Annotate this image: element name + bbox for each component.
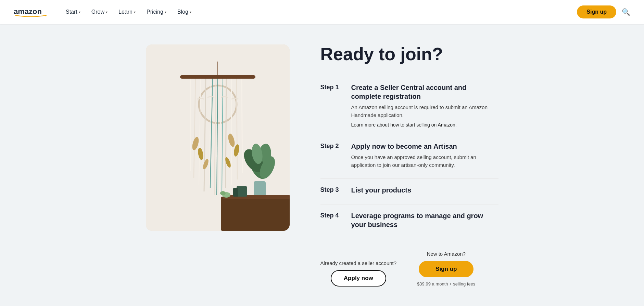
- step-3-content: List your products: [351, 186, 412, 197]
- cta-new-block: New to Amazon? Sign up $39.99 a month + …: [417, 251, 475, 287]
- nav-item-blog[interactable]: Blog ▾: [173, 6, 195, 18]
- nav-item-grow[interactable]: Grow ▾: [87, 6, 112, 18]
- cta-existing-block: Already created a seller account? Apply …: [320, 260, 397, 287]
- step-item-4: Step 4 Leverage programs to manage and g…: [320, 204, 498, 239]
- step-3-label: Step 3: [320, 186, 344, 194]
- cta-existing-label: Already created a seller account?: [320, 260, 397, 266]
- step-4-label: Step 4: [320, 211, 344, 219]
- cta-signup-button[interactable]: Sign up: [419, 261, 473, 277]
- price-note: $39.99 a month + selling fees: [417, 281, 475, 287]
- step-1-content: Create a Seller Central account and comp…: [351, 83, 498, 128]
- header-right: Sign up 🔍: [577, 5, 630, 18]
- page-title: Ready to join?: [320, 44, 498, 64]
- svg-rect-32: [221, 197, 290, 231]
- image-side: [146, 44, 293, 231]
- cta-area: Already created a seller account? Apply …: [320, 251, 498, 287]
- chevron-down-icon: ▾: [134, 10, 136, 14]
- chevron-down-icon: ▾: [165, 10, 166, 14]
- nav-start-label: Start: [66, 9, 77, 15]
- site-header: amazon Start ▾ Grow ▾ Learn ▾ Pricing ▾ …: [0, 0, 644, 24]
- step-1-link[interactable]: Learn more about how to start selling on…: [351, 122, 457, 128]
- nav-pricing-label: Pricing: [147, 9, 163, 15]
- step-item-2: Step 2 Apply now to become an Artisan On…: [320, 135, 498, 179]
- chevron-down-icon: ▾: [190, 10, 191, 14]
- step-2-label: Step 2: [320, 142, 344, 150]
- apply-now-button[interactable]: Apply now: [331, 270, 386, 287]
- steps-list: Step 1 Create a Seller Central account a…: [320, 76, 498, 239]
- cta-new-label: New to Amazon?: [427, 251, 466, 257]
- step-1-title: Create a Seller Central account and comp…: [351, 83, 498, 101]
- svg-rect-33: [223, 195, 290, 199]
- product-image-box: [146, 44, 290, 231]
- main-content: Ready to join? Step 1 Create a Seller Ce…: [117, 24, 528, 306]
- svg-rect-35: [233, 188, 238, 197]
- step-item-3: Step 3 List your products: [320, 179, 498, 204]
- nav-item-start[interactable]: Start ▾: [62, 6, 85, 18]
- nav-item-pricing[interactable]: Pricing ▾: [142, 6, 171, 18]
- step-1-label: Step 1: [320, 83, 344, 91]
- main-nav: Start ▾ Grow ▾ Learn ▾ Pricing ▾ Blog ▾: [62, 6, 577, 18]
- header-signup-button[interactable]: Sign up: [577, 5, 616, 18]
- step-item-1: Step 1 Create a Seller Central account a…: [320, 76, 498, 135]
- chevron-down-icon: ▾: [79, 10, 80, 14]
- nav-grow-label: Grow: [91, 9, 104, 15]
- step-2-desc: Once you have an approved selling accoun…: [351, 154, 498, 169]
- step-1-desc: An Amazon selling account is required to…: [351, 104, 498, 119]
- logo-area[interactable]: amazon: [14, 5, 48, 19]
- svg-line-16: [242, 79, 242, 173]
- svg-marker-1: [45, 15, 47, 16]
- step-3-title: List your products: [351, 186, 412, 195]
- macrame-illustration: [146, 44, 290, 231]
- content-side: Ready to join? Step 1 Create a Seller Ce…: [320, 44, 498, 287]
- step-4-content: Leverage programs to manage and grow you…: [351, 211, 498, 232]
- step-2-title: Apply now to become an Artisan: [351, 142, 498, 151]
- amazon-logo-icon: amazon: [14, 5, 48, 19]
- nav-blog-label: Blog: [177, 9, 188, 15]
- nav-learn-label: Learn: [118, 9, 132, 15]
- svg-line-13: [226, 79, 226, 188]
- chevron-down-icon: ▾: [106, 10, 108, 14]
- search-icon[interactable]: 🔍: [622, 8, 630, 16]
- svg-rect-3: [180, 75, 255, 79]
- step-4-title: Leverage programs to manage and grow you…: [351, 211, 498, 229]
- step-2-content: Apply now to become an Artisan Once you …: [351, 142, 498, 172]
- svg-text:amazon: amazon: [14, 7, 42, 16]
- nav-item-learn[interactable]: Learn ▾: [114, 6, 140, 18]
- svg-point-37: [220, 191, 226, 195]
